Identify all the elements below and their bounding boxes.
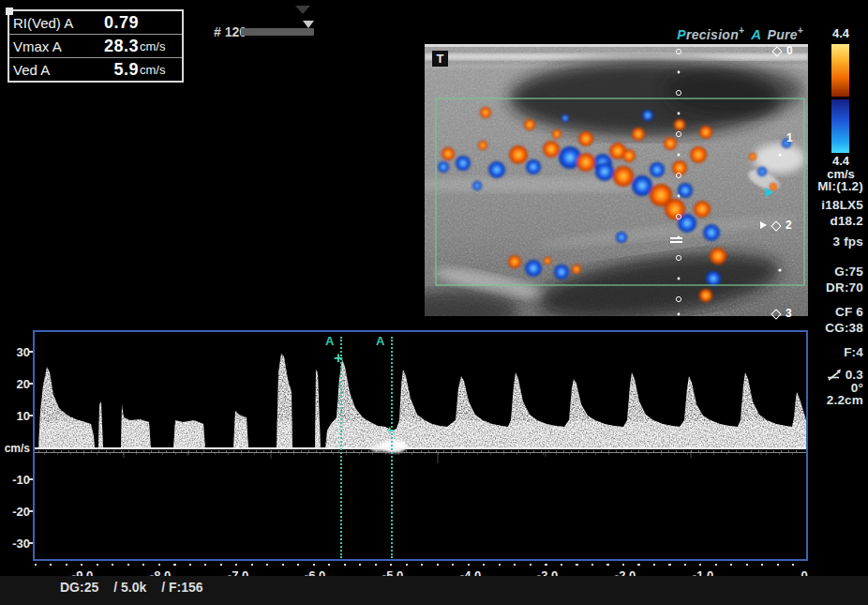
brand-pure: Pure (768, 27, 798, 42)
spectral-waveform (35, 332, 806, 559)
measurement-row-ri: RI(Ved) A 0.79 (9, 11, 182, 34)
caliper-a1-line[interactable] (340, 337, 342, 558)
brand-plus: + (798, 25, 803, 36)
y-axis-tick (28, 510, 33, 512)
y-axis-label: -30 (0, 537, 30, 551)
status-dg: DG:25 (60, 580, 98, 595)
color-scale-min: 4.4 (822, 154, 860, 168)
annotation-mark-1: 1 (786, 132, 793, 144)
y-axis-label: -20 (0, 505, 30, 519)
y-axis-label: 20 (0, 377, 30, 391)
y-axis-tick (28, 351, 33, 353)
y-axis-tick (28, 383, 33, 385)
param-depth: d18.2 (779, 214, 863, 228)
ultrasound-screen: RI(Ved) A 0.79 Vmax A 28.3 cm/s Ved A 5.… (0, 0, 868, 605)
y-axis-tick (28, 415, 33, 416)
caliper-a2-line[interactable] (391, 337, 393, 558)
y-axis-tick (28, 478, 33, 480)
probe-position-marker-icon (295, 6, 310, 14)
chevron-right-icon (760, 221, 767, 229)
gate-marker-icon[interactable] (670, 237, 682, 239)
y-axis-tick (28, 542, 33, 544)
measurement-value: 5.9 (92, 60, 139, 80)
ultrasound-image-canvas (425, 44, 808, 316)
measurement-value: 28.3 (92, 37, 139, 56)
color-scale-reverse (831, 99, 849, 153)
brand-precision-initial: P (677, 27, 686, 42)
y-axis-label: 30 (0, 345, 30, 359)
status-readout: DG:25 / 5.0k / F:156 (60, 580, 203, 595)
spectral-baseline (35, 447, 806, 449)
panel-corner-handle (6, 8, 13, 15)
angle-correction-icon (828, 369, 842, 381)
param-fps: 3 fps (779, 234, 863, 249)
brand-precision-rest: recision (686, 27, 739, 42)
frame-slider[interactable] (241, 28, 314, 36)
param-dynamic-range: DR:70 (779, 280, 863, 295)
color-scale-forward (831, 44, 849, 97)
frame-slider-thumb[interactable] (303, 21, 314, 28)
measurement-label: Ved A (13, 62, 92, 78)
param-mi: MI:(1.2) (779, 179, 863, 193)
brand-text: Precision+A Pure+ (677, 25, 803, 42)
measurement-label: RI(Ved) A (13, 15, 92, 31)
brand-a: A (751, 26, 761, 42)
param-cf: CF 6 (779, 305, 863, 319)
probe-orientation-icon: T (432, 51, 448, 67)
color-scale-max: 4.4 (822, 26, 860, 40)
param-angle-value: 0.3 (846, 368, 863, 382)
caliper-a1-label: A (325, 334, 334, 348)
status-frame: / F:156 (161, 580, 202, 595)
ultrasound-image: T 0 1 2 3 (425, 44, 808, 316)
x-axis-ticks (35, 564, 806, 566)
spectral-display: A + A + (33, 330, 808, 561)
y-axis-label: -10 (0, 473, 30, 487)
param-gain: G:75 (779, 265, 863, 279)
status-rate: / 5.0k (113, 580, 146, 595)
y-axis-label: 10 (0, 409, 30, 423)
measurement-value: 0.79 (92, 13, 139, 33)
param-probe: i18LX5 (779, 198, 863, 212)
spectral-baseline-shadow (35, 452, 806, 453)
gate-marker-icon[interactable] (670, 241, 682, 243)
focus-arrow-icon (766, 188, 773, 197)
measurement-unit: cm/s (139, 63, 178, 77)
measurement-panel: RI(Ved) A 0.79 Vmax A 28.3 cm/s Ved A 5.… (7, 9, 184, 83)
y-axis-unit: cm/s (0, 442, 30, 455)
depth-mark-0: 0 (786, 45, 793, 56)
measurement-label: Vmax A (13, 38, 92, 54)
measurement-row-vmax: Vmax A 28.3 cm/s (9, 34, 182, 57)
brand-plus: + (739, 25, 744, 36)
measurement-unit: cm/s (139, 39, 178, 53)
caliper-a2-handle[interactable]: + (386, 423, 394, 437)
measurement-row-ved: Ved A 5.9 cm/s (9, 57, 182, 81)
caliper-a2-label: A (376, 334, 384, 348)
caliper-a1-handle[interactable]: + (334, 349, 343, 368)
